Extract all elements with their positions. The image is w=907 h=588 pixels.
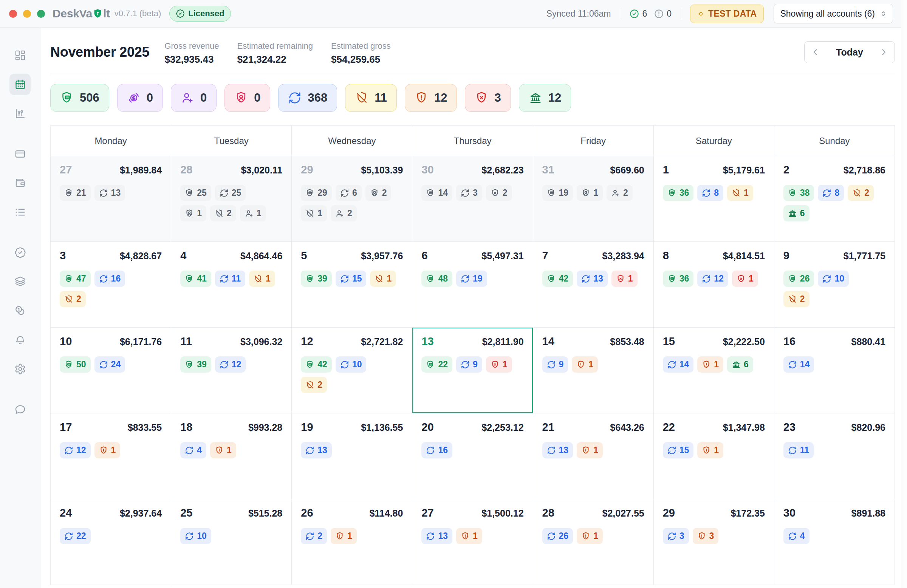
summary-badge-bank[interactable]: 12: [519, 84, 571, 112]
day-cell-27-prev[interactable]: 27$1,989.842113: [51, 156, 171, 242]
shield-card-icon: [426, 189, 435, 198]
weekday-header: Tuesday: [171, 126, 292, 156]
day-badge-count: 3: [473, 188, 478, 198]
day-cell-13[interactable]: 13$2,811.902291: [412, 328, 533, 413]
summary-badge-shield-user[interactable]: 0: [224, 84, 270, 112]
summary-badge-shield-x[interactable]: 3: [465, 84, 511, 112]
day-cell-2[interactable]: 2$2,718.8638826: [774, 156, 895, 242]
summary-badge-coin-sync[interactable]: 0: [117, 84, 163, 112]
day-cell-1[interactable]: 1$5,179.613681: [654, 156, 774, 242]
day-cell-18[interactable]: 18$993.2841: [171, 413, 292, 499]
day-revenue: $5,497.31: [481, 250, 523, 261]
sidebar-item-notifications[interactable]: [10, 329, 30, 350]
shield-card-icon: [667, 189, 676, 198]
today-button[interactable]: Today: [836, 47, 863, 58]
day-badge-sync: 13: [421, 528, 452, 544]
day-badge-bank: 6: [784, 205, 809, 221]
sync-icon: [547, 532, 556, 541]
scrollbar-gutter[interactable]: [901, 0, 907, 588]
sidebar-item-coins[interactable]: [10, 300, 30, 321]
summary-badge-shield-card[interactable]: 506: [50, 84, 109, 112]
day-cell-12[interactable]: 12$2,721.8242102: [292, 328, 412, 413]
day-badge-sync: 9: [542, 356, 568, 373]
day-badge-user-plus: 2: [331, 205, 357, 221]
summary-badge-sync[interactable]: 368: [278, 84, 337, 112]
day-cell-8[interactable]: 8$4,814.5136121: [654, 242, 774, 328]
day-badge-count: 15: [679, 445, 689, 455]
day-cell-26[interactable]: 26$114.8021: [292, 499, 412, 585]
test-data-badge[interactable]: TEST DATA: [690, 5, 764, 23]
day-cell-7[interactable]: 7$3,283.9442131: [533, 242, 654, 328]
summary-badge-count: 0: [200, 91, 207, 105]
day-badge-count: 36: [679, 188, 689, 198]
day-cell-20[interactable]: 20$2,253.1216: [412, 413, 533, 499]
close-button[interactable]: [9, 10, 17, 18]
day-number: 5: [301, 249, 307, 262]
day-cell-28-prev[interactable]: 28$3,020.112525121: [171, 156, 292, 242]
day-cell-30-prev[interactable]: 30$2,682.231432: [412, 156, 533, 242]
sidebar-item-wallet[interactable]: [10, 172, 30, 194]
shield-user-icon: [370, 189, 379, 198]
day-badge-count: 10: [835, 274, 844, 284]
day-cell-21[interactable]: 21$643.26131: [533, 413, 654, 499]
day-cell-25[interactable]: 25$515.2810: [171, 499, 292, 585]
day-cell-3[interactable]: 3$4,828.6747162: [51, 242, 171, 328]
day-cell-31-prev[interactable]: 31$669.601912: [533, 156, 654, 242]
sidebar-item-analytics[interactable]: [10, 103, 30, 124]
day-badge-count: 10: [352, 359, 362, 370]
minimize-button[interactable]: [23, 10, 31, 18]
day-cell-10[interactable]: 10$6,171.765024: [51, 328, 171, 413]
prev-month-button[interactable]: [804, 42, 827, 63]
page-header: November 2025 Gross revenue $32,935.43 E…: [50, 27, 895, 73]
sync-icon: [667, 532, 676, 541]
day-cell-16[interactable]: 16$880.4114: [774, 328, 895, 413]
stat-gross-revenue: Gross revenue $32,935.43: [164, 39, 219, 66]
zoom-button[interactable]: [37, 10, 45, 18]
day-cell-17[interactable]: 17$833.55121: [51, 413, 171, 499]
page-title: November 2025: [50, 44, 149, 60]
day-badge-shield-alert: 1: [697, 442, 723, 458]
day-cell-22[interactable]: 22$1,347.98151: [654, 413, 774, 499]
shield-alert-icon: [335, 532, 344, 541]
day-number: 1: [663, 163, 669, 176]
sidebar-item-settings[interactable]: [10, 358, 30, 380]
sidebar-item-transactions[interactable]: [10, 202, 30, 223]
shield-off-icon: [732, 189, 741, 198]
sidebar-item-layers[interactable]: [10, 271, 30, 292]
day-badge-shield-alert: 3: [693, 528, 719, 544]
day-cell-9[interactable]: 9$1,771.7526102: [774, 242, 895, 328]
day-cell-14[interactable]: 14$853.4891: [533, 328, 654, 413]
shield-card-icon: [426, 360, 435, 369]
account-selector[interactable]: Showing all accounts (6): [774, 4, 893, 23]
summary-badge-user-plus[interactable]: 0: [171, 84, 216, 112]
day-cell-29-prev[interactable]: 29$5,103.39296212: [292, 156, 412, 242]
summary-badge-shield-alert[interactable]: 12: [405, 84, 457, 112]
day-cell-24[interactable]: 24$2,937.6422: [51, 499, 171, 585]
summary-badge-shield-off[interactable]: 11: [345, 84, 397, 112]
day-badge-sync: 6: [336, 185, 362, 201]
sync-icon: [340, 360, 349, 369]
sidebar-item-cards[interactable]: [10, 143, 30, 164]
day-cell-5[interactable]: 5$3,957.7639151: [292, 242, 412, 328]
day-badge-count: 13: [317, 445, 327, 455]
day-cell-4[interactable]: 4$4,864.4641111: [171, 242, 292, 328]
day-cell-15[interactable]: 15$2,222.501416: [654, 328, 774, 413]
day-cell-19[interactable]: 19$1,136.5513: [292, 413, 412, 499]
sync-icon: [461, 189, 470, 198]
sidebar-item-verification[interactable]: [10, 242, 30, 263]
shield-x-icon: [616, 274, 625, 284]
day-cell-6[interactable]: 6$5,497.314819: [412, 242, 533, 328]
sidebar-item-calendar[interactable]: [10, 74, 30, 95]
sidebar-item-chat[interactable]: [10, 399, 30, 420]
day-badge-count: 1: [386, 274, 391, 284]
next-month-button[interactable]: [873, 42, 894, 63]
day-cell-11[interactable]: 11$3,096.323912: [171, 328, 292, 413]
day-cell-23[interactable]: 23$820.9611: [774, 413, 895, 499]
sidebar-item-dashboard[interactable]: [10, 45, 30, 66]
day-cell-30[interactable]: 30$891.884: [774, 499, 895, 585]
day-cell-27[interactable]: 27$1,500.12131: [412, 499, 533, 585]
sync-icon: [305, 446, 314, 455]
day-cell-28[interactable]: 28$2,027.55261: [533, 499, 654, 585]
day-cell-29[interactable]: 29$172.3533: [654, 499, 774, 585]
shield-card-icon: [185, 360, 194, 369]
